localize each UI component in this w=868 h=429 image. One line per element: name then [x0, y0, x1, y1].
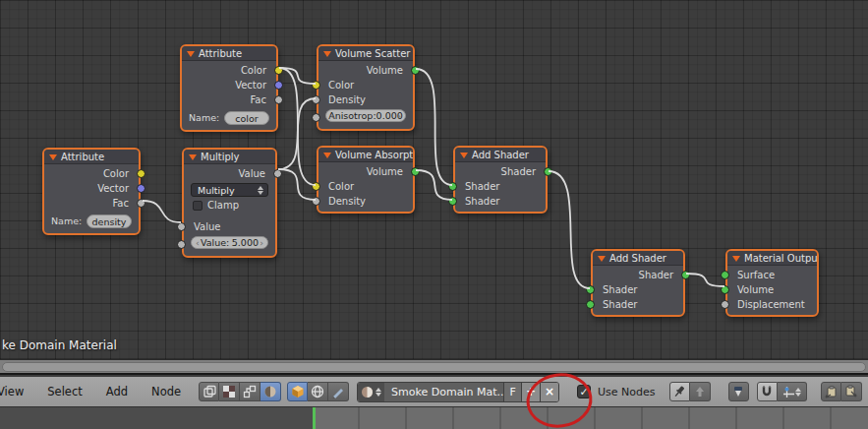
- go-to-parent-button[interactable]: [690, 382, 711, 401]
- collapse-triangle-icon[interactable]: [323, 51, 331, 57]
- vector-output-socket[interactable]: [137, 184, 145, 193]
- volume-output-socket[interactable]: [411, 66, 420, 75]
- menu-select[interactable]: Select: [35, 385, 93, 398]
- surface-input-socket[interactable]: [721, 271, 729, 279]
- clamp-checkbox[interactable]: [193, 201, 203, 211]
- math-operation-dropdown[interactable]: Multiply: [191, 183, 268, 197]
- displacement-input-socket[interactable]: [721, 300, 729, 309]
- volume-output-socket[interactable]: [411, 167, 420, 176]
- node-material-output[interactable]: Material Output Surface Volume Displacem…: [725, 249, 819, 317]
- node-header[interactable]: Add Shader: [455, 148, 546, 162]
- anisotropy-input-socket[interactable]: [312, 113, 320, 122]
- clamp-checkbox-row[interactable]: Clamp: [184, 199, 275, 212]
- menu-view[interactable]: View: [0, 385, 35, 398]
- input-row: Shader: [455, 179, 546, 194]
- density-input-socket[interactable]: [312, 95, 320, 104]
- node-title: Volume Scatter: [335, 48, 410, 59]
- menu-add[interactable]: Add: [94, 385, 140, 398]
- timeline-playhead[interactable]: [313, 407, 316, 429]
- value2-input-socket[interactable]: [177, 240, 186, 249]
- output-row: Shader: [455, 164, 546, 179]
- wire-color-to-absorption: [279, 68, 316, 185]
- texture-nodes-button[interactable]: [219, 382, 240, 401]
- material-preview-button[interactable]: [358, 383, 384, 401]
- compositing-nodes-button[interactable]: [240, 382, 260, 401]
- menu-node[interactable]: Node: [140, 385, 193, 398]
- unlink-material-button[interactable]: ×: [540, 383, 558, 401]
- new-material-button[interactable]: +: [521, 383, 540, 401]
- output-row: Shader: [593, 268, 683, 282]
- editor-type-button[interactable]: [199, 382, 219, 401]
- name-field-row: Name: density: [44, 211, 139, 230]
- collapse-triangle-icon[interactable]: [323, 153, 331, 158]
- value-input-socket[interactable]: [177, 222, 186, 231]
- shader-input-socket-1[interactable]: [448, 182, 457, 191]
- density-input-socket[interactable]: [312, 197, 320, 206]
- node-add-shader-1[interactable]: Add Shader Shader Shader Shader: [453, 146, 548, 214]
- pin-button[interactable]: [669, 382, 690, 401]
- fake-user-button[interactable]: F: [503, 383, 521, 401]
- material-browse-arrows-icon[interactable]: [376, 388, 381, 397]
- material-selector: Smoke Domain Mat... F + ×: [357, 382, 559, 402]
- material-name-field[interactable]: Smoke Domain Mat...: [384, 383, 503, 401]
- shader-input-socket-1[interactable]: [586, 285, 595, 294]
- color-input-socket[interactable]: [312, 182, 320, 191]
- node-volume-absorption[interactable]: Volume Absorption Volume Color Density: [317, 146, 415, 214]
- shader-output-socket[interactable]: [544, 167, 552, 176]
- fac-output-socket[interactable]: [274, 95, 283, 104]
- collapse-triangle-icon[interactable]: [187, 51, 195, 57]
- shader-output-socket[interactable]: [681, 271, 690, 279]
- volume-input-socket[interactable]: [721, 285, 729, 294]
- snap-target-button[interactable]: [728, 382, 749, 401]
- horizontal-scrollbar-thumb[interactable]: [2, 362, 866, 372]
- shader-nodes-button[interactable]: [260, 382, 281, 401]
- node-header[interactable]: Attribute: [182, 46, 276, 61]
- node-header[interactable]: Multiply: [184, 150, 275, 164]
- node-math-multiply[interactable]: Multiply Value Multiply Clamp Value: [182, 148, 277, 258]
- use-nodes-checkbox[interactable]: ✓: [577, 385, 591, 398]
- object-shader-button[interactable]: [287, 382, 308, 401]
- collapse-triangle-icon[interactable]: [49, 154, 57, 160]
- shader-input-socket-2[interactable]: [448, 197, 457, 206]
- collapse-triangle-icon[interactable]: [598, 256, 606, 262]
- node-attribute-density[interactable]: Attribute Color Vector Fac Name: density: [42, 148, 141, 235]
- node-attribute-color[interactable]: Attribute Color Vector Fac Name: color: [180, 44, 278, 132]
- wire-fac-to-multiply: [143, 201, 181, 222]
- horizontal-scrollbar-track[interactable]: [0, 359, 868, 375]
- fac-output-socket[interactable]: [137, 199, 145, 208]
- node-add-shader-2[interactable]: Add Shader Shader Shader Shader: [591, 249, 685, 317]
- value-slider[interactable]: Value: 5.000: [191, 236, 268, 249]
- color-input-socket[interactable]: [312, 81, 320, 90]
- copy-nodes-button[interactable]: [821, 382, 841, 401]
- snap-toggle-button[interactable]: [757, 382, 778, 401]
- vector-output-socket[interactable]: [274, 81, 283, 90]
- value-output-socket[interactable]: [273, 169, 282, 178]
- node-editor-canvas[interactable]: Attribute Color Vector Fac Name: color: [0, 0, 868, 359]
- color-output-socket[interactable]: [137, 169, 145, 178]
- node-header[interactable]: Volume Absorption: [318, 148, 413, 162]
- node-volume-scatter[interactable]: Volume Scatter Volume Color Density Anis…: [317, 44, 415, 131]
- shader-input-socket-2[interactable]: [586, 300, 595, 309]
- collapse-triangle-icon[interactable]: [460, 153, 468, 158]
- node-header[interactable]: Add Shader: [593, 251, 683, 266]
- collapse-triangle-icon[interactable]: [732, 256, 740, 262]
- paste-icon: [844, 385, 858, 398]
- timeline-strip[interactable]: [0, 406, 868, 429]
- paste-nodes-button[interactable]: [841, 382, 862, 401]
- timeline-ticks: [313, 407, 868, 429]
- world-shader-button[interactable]: [308, 382, 328, 401]
- wire-value-to-scatter-density: [278, 98, 316, 169]
- node-header[interactable]: Volume Scatter: [318, 46, 413, 61]
- node-header[interactable]: Material Output: [727, 251, 817, 266]
- snap-element-dropdown[interactable]: [778, 382, 807, 401]
- use-nodes-toggle[interactable]: ✓ Use Nodes: [577, 385, 656, 398]
- node-title: Add Shader: [472, 150, 529, 160]
- linestyle-shader-button[interactable]: [328, 382, 349, 401]
- wire-color-to-scatter: [279, 68, 316, 84]
- collapse-triangle-icon[interactable]: [189, 154, 197, 160]
- attribute-name-input[interactable]: color: [224, 111, 269, 125]
- attribute-name-input[interactable]: density: [87, 214, 132, 228]
- node-header[interactable]: Attribute: [44, 150, 139, 164]
- anisotropy-slider[interactable]: Anisotrop:0.000: [325, 109, 406, 122]
- color-output-socket[interactable]: [274, 66, 283, 75]
